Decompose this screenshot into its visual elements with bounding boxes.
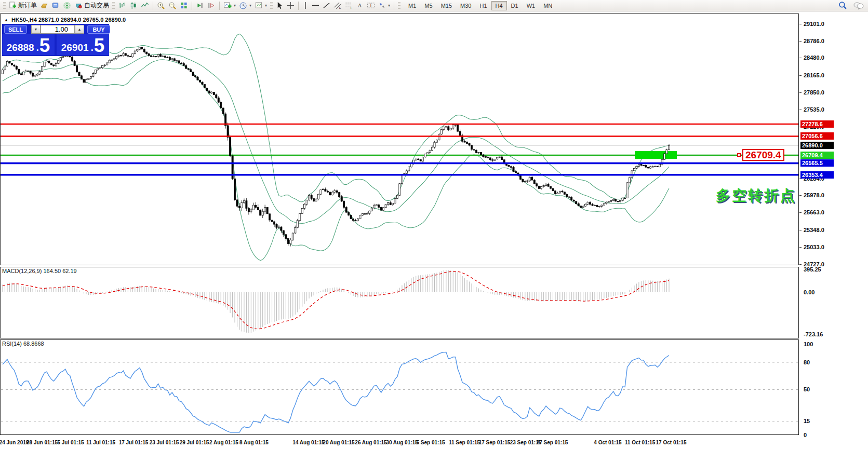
macd-pane[interactable] <box>0 267 799 338</box>
date-axis[interactable]: 24 Jun 201928 Jun 01:155 Jul 01:1511 Jul… <box>0 439 868 449</box>
search-icon[interactable] <box>838 1 847 10</box>
sell-button[interactable]: SELL <box>4 25 27 34</box>
candle-body <box>311 195 312 198</box>
trendline-icon <box>323 2 330 9</box>
candle-body <box>506 164 508 166</box>
timeframe-button-M1[interactable]: M1 <box>404 1 420 10</box>
auto-scroll-button[interactable] <box>194 1 206 10</box>
chat-icon[interactable] <box>853 1 864 10</box>
price-axis[interactable]: 29101.028786.028480.028165.027850.027535… <box>799 11 868 449</box>
candle-body <box>357 219 358 221</box>
rsi-pane[interactable] <box>0 339 799 435</box>
candle-body <box>185 65 187 69</box>
candle-body <box>123 53 124 56</box>
sell-price-tile[interactable]: 26888.5 <box>2 34 55 55</box>
volume-input[interactable] <box>41 25 75 34</box>
auto-trading-icon <box>74 2 83 9</box>
candle-body <box>169 58 170 60</box>
collapse-triangle-icon[interactable]: ▲ <box>4 18 8 22</box>
horizontal-line-button[interactable] <box>310 1 321 10</box>
main-price-chart[interactable] <box>0 13 799 265</box>
price-tick-label: 25033.0 <box>799 244 824 250</box>
templates-button[interactable]: ▾ <box>253 1 269 10</box>
data-window-button[interactable] <box>50 1 61 10</box>
candle-body <box>429 151 431 153</box>
equidistant-channel-button[interactable]: E <box>332 1 343 10</box>
candle-body <box>199 80 201 82</box>
tile-windows-button[interactable] <box>178 1 190 10</box>
text-button[interactable]: A <box>355 1 365 10</box>
cursor-button[interactable] <box>274 1 285 10</box>
candle-body <box>352 219 354 221</box>
candle-body <box>510 167 512 168</box>
data-window-icon <box>51 2 60 9</box>
timeframe-button-H4[interactable]: H4 <box>491 1 507 10</box>
chinese-annotation[interactable]: 多空转折点 <box>716 186 796 206</box>
candle-body <box>34 75 36 76</box>
volume-decrease-button[interactable]: ▼ <box>31 25 41 34</box>
buy-button[interactable]: BUY <box>87 25 110 34</box>
zoom-out-button[interactable] <box>167 1 178 10</box>
fibonacci-icon: F <box>345 2 353 9</box>
timeframe-button-M30[interactable]: M30 <box>456 1 475 10</box>
highlight-rectangle[interactable] <box>635 151 677 159</box>
down-arrow-icon: ▼ <box>34 28 38 31</box>
timeframe-button-W1[interactable]: W1 <box>523 1 540 10</box>
chart-symbol-title: ▲ HK50-,H4 26871.0 26894.0 26765.0 26890… <box>4 17 126 23</box>
candle-body <box>178 61 180 63</box>
zoom-in-button[interactable] <box>155 1 167 10</box>
candle-body <box>422 157 424 161</box>
timeframe-button-H1[interactable]: H1 <box>475 1 491 10</box>
candle-body <box>115 57 117 59</box>
candle-body <box>562 191 563 192</box>
candle-body <box>255 205 257 207</box>
candle-body <box>241 202 243 208</box>
auto-trading-button[interactable]: 自动交易 <box>73 1 111 10</box>
candle-body <box>74 61 75 66</box>
market-watch-button[interactable] <box>38 1 50 10</box>
candle-body <box>183 64 184 66</box>
navigator-button[interactable] <box>61 1 73 10</box>
candle-body <box>317 194 319 199</box>
date-tick-label: 17 Jul 01:15 <box>119 440 149 445</box>
candle-body <box>640 165 642 166</box>
trendline-button[interactable] <box>321 1 332 10</box>
price-tick-label: 28786.0 <box>799 38 824 44</box>
new-order-button[interactable]: 新订单 <box>7 1 38 10</box>
chart-shift-button[interactable] <box>206 1 217 10</box>
chart-bars-button[interactable] <box>116 1 128 10</box>
rsi-scale-label: 100 <box>799 341 813 347</box>
rsi-scale-label: 80 <box>799 359 810 365</box>
crosshair-button[interactable] <box>285 1 296 10</box>
candle-body <box>257 208 259 210</box>
crosshair-icon <box>287 2 295 9</box>
candle-body <box>636 166 637 168</box>
candle-body <box>48 61 50 63</box>
candle-body <box>431 147 433 151</box>
candle-body <box>531 177 533 180</box>
rsi-label: RSI(14) 68.8668 <box>2 341 44 347</box>
chart-line-button[interactable] <box>139 1 151 10</box>
candle-body <box>620 200 621 201</box>
candle-body <box>248 209 249 212</box>
volume-increase-button[interactable]: ▲ <box>75 25 84 34</box>
periods-button[interactable]: ▾ <box>237 1 253 10</box>
text-label-button[interactable]: T <box>365 1 377 10</box>
candle-body <box>598 207 600 207</box>
indicators-button[interactable]: ▾ <box>222 1 237 10</box>
chart-candles-button[interactable] <box>128 1 139 10</box>
date-tick-label: 5 Jul 01:15 <box>57 440 84 445</box>
timeframe-button-M5[interactable]: M5 <box>420 1 436 10</box>
timeframe-button-D1[interactable]: D1 <box>507 1 523 10</box>
buy-price-tile[interactable]: 26901.5 <box>57 34 109 55</box>
toolbar-separator <box>298 2 299 10</box>
timeframe-button-MN[interactable]: MN <box>539 1 556 10</box>
price-tag-label[interactable]: 26709.4 <box>742 149 784 161</box>
candle-body <box>659 165 661 167</box>
arrows-button[interactable]: ▾ <box>377 1 392 10</box>
vertical-line-button[interactable] <box>301 1 310 10</box>
date-tick-label: 2 Aug 01:15 <box>209 440 238 445</box>
timeframe-button-M15[interactable]: M15 <box>437 1 456 10</box>
fibonacci-button[interactable]: F <box>343 1 355 10</box>
price-tick-label: 29101.0 <box>799 21 824 27</box>
